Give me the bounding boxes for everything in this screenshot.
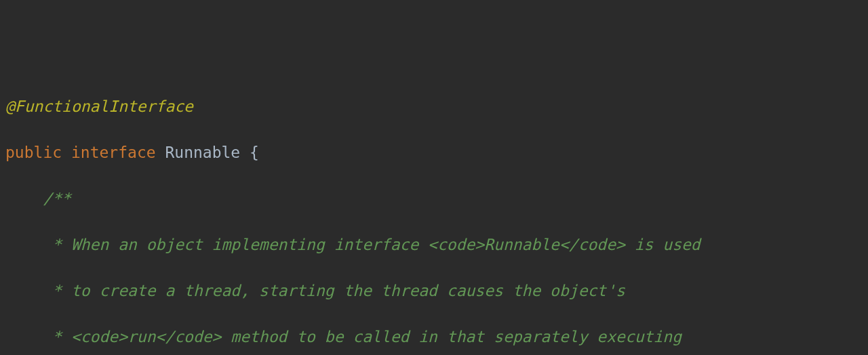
javadoc-text: * <code>run</code> method to be called i… bbox=[43, 328, 682, 346]
javadoc-open-tag: /** bbox=[43, 190, 71, 207]
interface-declaration-line: public interface Runnable { bbox=[5, 141, 863, 164]
javadoc-open: /** bbox=[5, 187, 863, 210]
class-name: Runnable bbox=[165, 144, 240, 161]
space bbox=[62, 144, 71, 161]
javadoc-line-1: * When an object implementing interface … bbox=[5, 233, 863, 256]
javadoc-text: * to create a thread, starting the threa… bbox=[43, 282, 625, 299]
javadoc-line-2: * to create a thread, starting the threa… bbox=[5, 279, 863, 302]
public-keyword: public bbox=[5, 144, 62, 161]
open-brace: { bbox=[240, 144, 259, 161]
space bbox=[156, 144, 165, 161]
javadoc-line-3: * <code>run</code> method to be called i… bbox=[5, 325, 863, 348]
annotation-line: @FunctionalInterface bbox=[5, 95, 863, 118]
functional-interface-annotation: @FunctionalInterface bbox=[5, 98, 193, 115]
javadoc-text: * When an object implementing interface … bbox=[43, 236, 700, 253]
interface-keyword: interface bbox=[71, 144, 156, 161]
